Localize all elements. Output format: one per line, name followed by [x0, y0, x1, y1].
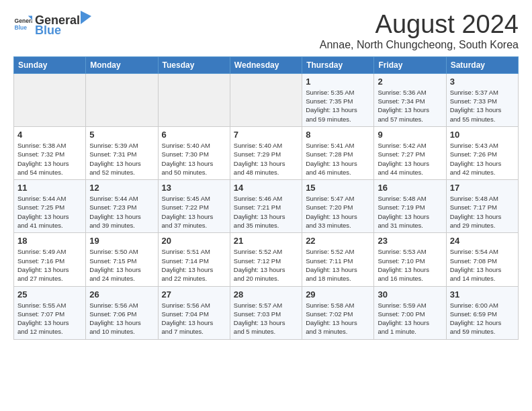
day-info: Sunrise: 5:52 AM Sunset: 7:12 PM Dayligh… — [234, 247, 298, 283]
svg-marker-4 — [81, 11, 91, 24]
calendar-cell: 11Sunrise: 5:44 AM Sunset: 7:25 PM Dayli… — [14, 180, 86, 233]
calendar-cell: 28Sunrise: 5:57 AM Sunset: 7:03 PM Dayli… — [230, 286, 302, 339]
svg-text:General: General — [15, 17, 32, 24]
day-number: 2 — [378, 77, 442, 87]
calendar-cell: 26Sunrise: 5:56 AM Sunset: 7:06 PM Dayli… — [86, 286, 158, 339]
weekday-header-wednesday: Wednesday — [230, 56, 302, 73]
calendar-cell: 9Sunrise: 5:42 AM Sunset: 7:27 PM Daylig… — [374, 126, 446, 179]
day-info: Sunrise: 5:40 AM Sunset: 7:30 PM Dayligh… — [162, 141, 226, 177]
day-number: 25 — [17, 289, 82, 300]
calendar-cell: 2Sunrise: 5:36 AM Sunset: 7:34 PM Daylig… — [374, 73, 446, 126]
day-number: 22 — [306, 236, 370, 246]
calendar-cell: 20Sunrise: 5:51 AM Sunset: 7:14 PM Dayli… — [158, 233, 230, 286]
calendar-cell: 12Sunrise: 5:44 AM Sunset: 7:23 PM Dayli… — [86, 180, 158, 233]
day-info: Sunrise: 5:41 AM Sunset: 7:28 PM Dayligh… — [306, 141, 370, 177]
weekday-header-row: SundayMondayTuesdayWednesdayThursdayFrid… — [14, 56, 519, 73]
logo: General Blue General Blue — [13, 11, 92, 38]
day-number: 19 — [89, 236, 154, 246]
calendar-cell — [86, 73, 158, 126]
day-info: Sunrise: 5:36 AM Sunset: 7:34 PM Dayligh… — [378, 88, 442, 124]
weekday-header-thursday: Thursday — [302, 56, 374, 73]
calendar-week-row: 1Sunrise: 5:35 AM Sunset: 7:35 PM Daylig… — [14, 73, 519, 126]
day-number: 10 — [450, 130, 515, 140]
day-info: Sunrise: 5:56 AM Sunset: 7:06 PM Dayligh… — [89, 301, 154, 336]
calendar-cell: 23Sunrise: 5:53 AM Sunset: 7:10 PM Dayli… — [374, 233, 446, 286]
calendar-cell: 6Sunrise: 5:40 AM Sunset: 7:30 PM Daylig… — [158, 126, 230, 179]
calendar-week-row: 4Sunrise: 5:38 AM Sunset: 7:32 PM Daylig… — [14, 126, 519, 179]
day-info: Sunrise: 5:59 AM Sunset: 7:00 PM Dayligh… — [378, 301, 442, 336]
day-number: 18 — [17, 236, 82, 246]
weekday-header-saturday: Saturday — [446, 56, 518, 73]
day-info: Sunrise: 5:35 AM Sunset: 7:35 PM Dayligh… — [306, 88, 370, 124]
day-info: Sunrise: 5:45 AM Sunset: 7:22 PM Dayligh… — [162, 194, 226, 230]
calendar-cell: 18Sunrise: 5:49 AM Sunset: 7:16 PM Dayli… — [14, 233, 86, 286]
day-info: Sunrise: 5:49 AM Sunset: 7:16 PM Dayligh… — [17, 247, 82, 283]
calendar-cell: 29Sunrise: 5:58 AM Sunset: 7:02 PM Dayli… — [302, 286, 374, 339]
day-number: 5 — [89, 130, 154, 140]
day-number: 3 — [450, 77, 515, 87]
day-number: 4 — [17, 130, 82, 140]
calendar-cell: 17Sunrise: 5:48 AM Sunset: 7:17 PM Dayli… — [446, 180, 518, 233]
day-number: 30 — [378, 289, 442, 300]
day-info: Sunrise: 5:40 AM Sunset: 7:29 PM Dayligh… — [234, 141, 298, 177]
day-info: Sunrise: 5:47 AM Sunset: 7:20 PM Dayligh… — [306, 194, 370, 230]
calendar-cell: 10Sunrise: 5:43 AM Sunset: 7:26 PM Dayli… — [446, 126, 518, 179]
location-title: Annae, North Chungcheong, South Korea — [320, 39, 519, 51]
day-info: Sunrise: 5:44 AM Sunset: 7:25 PM Dayligh… — [17, 194, 82, 230]
title-block: August 2024 Annae, North Chungcheong, So… — [320, 11, 519, 51]
calendar-cell: 15Sunrise: 5:47 AM Sunset: 7:20 PM Dayli… — [302, 180, 374, 233]
weekday-header-tuesday: Tuesday — [158, 56, 230, 73]
calendar-cell: 3Sunrise: 5:37 AM Sunset: 7:33 PM Daylig… — [446, 73, 518, 126]
day-number: 28 — [234, 289, 298, 300]
day-number: 27 — [162, 289, 226, 300]
day-info: Sunrise: 5:56 AM Sunset: 7:04 PM Dayligh… — [162, 301, 226, 336]
day-info: Sunrise: 5:37 AM Sunset: 7:33 PM Dayligh… — [450, 88, 515, 124]
day-info: Sunrise: 5:58 AM Sunset: 7:02 PM Dayligh… — [306, 301, 370, 336]
calendar-cell: 8Sunrise: 5:41 AM Sunset: 7:28 PM Daylig… — [302, 126, 374, 179]
day-info: Sunrise: 5:50 AM Sunset: 7:15 PM Dayligh… — [89, 247, 154, 283]
day-number: 13 — [162, 183, 226, 193]
day-number: 20 — [162, 236, 226, 246]
day-number: 31 — [450, 289, 515, 300]
calendar-cell: 13Sunrise: 5:45 AM Sunset: 7:22 PM Dayli… — [158, 180, 230, 233]
day-info: Sunrise: 5:54 AM Sunset: 7:08 PM Dayligh… — [450, 247, 515, 283]
calendar-cell: 7Sunrise: 5:40 AM Sunset: 7:29 PM Daylig… — [230, 126, 302, 179]
calendar-cell: 31Sunrise: 6:00 AM Sunset: 6:59 PM Dayli… — [446, 286, 518, 339]
day-info: Sunrise: 5:44 AM Sunset: 7:23 PM Dayligh… — [89, 194, 154, 230]
calendar-cell: 21Sunrise: 5:52 AM Sunset: 7:12 PM Dayli… — [230, 233, 302, 286]
day-info: Sunrise: 5:48 AM Sunset: 7:19 PM Dayligh… — [378, 194, 442, 230]
day-info: Sunrise: 5:55 AM Sunset: 7:07 PM Dayligh… — [17, 301, 82, 336]
day-info: Sunrise: 5:52 AM Sunset: 7:11 PM Dayligh… — [306, 247, 370, 283]
day-info: Sunrise: 5:46 AM Sunset: 7:21 PM Dayligh… — [234, 194, 298, 230]
day-info: Sunrise: 5:43 AM Sunset: 7:26 PM Dayligh… — [450, 141, 515, 177]
calendar-cell: 27Sunrise: 5:56 AM Sunset: 7:04 PM Dayli… — [158, 286, 230, 339]
day-number: 16 — [378, 183, 442, 193]
day-info: Sunrise: 5:57 AM Sunset: 7:03 PM Dayligh… — [234, 301, 298, 336]
logo-icon: General Blue — [13, 15, 32, 34]
day-number: 12 — [89, 183, 154, 193]
day-number: 24 — [450, 236, 515, 246]
day-number: 17 — [450, 183, 515, 193]
calendar-cell: 16Sunrise: 5:48 AM Sunset: 7:19 PM Dayli… — [374, 180, 446, 233]
calendar-cell: 30Sunrise: 5:59 AM Sunset: 7:00 PM Dayli… — [374, 286, 446, 339]
calendar-table: SundayMondayTuesdayWednesdayThursdayFrid… — [13, 56, 519, 340]
logo-triangle-icon — [81, 11, 91, 24]
day-number: 23 — [378, 236, 442, 246]
calendar-cell — [230, 73, 302, 126]
day-info: Sunrise: 5:38 AM Sunset: 7:32 PM Dayligh… — [17, 141, 82, 177]
day-number: 14 — [234, 183, 298, 193]
calendar-week-row: 18Sunrise: 5:49 AM Sunset: 7:16 PM Dayli… — [14, 233, 519, 286]
day-info: Sunrise: 5:42 AM Sunset: 7:27 PM Dayligh… — [378, 141, 442, 177]
calendar-week-row: 25Sunrise: 5:55 AM Sunset: 7:07 PM Dayli… — [14, 286, 519, 339]
calendar-cell: 25Sunrise: 5:55 AM Sunset: 7:07 PM Dayli… — [14, 286, 86, 339]
day-info: Sunrise: 5:39 AM Sunset: 7:31 PM Dayligh… — [89, 141, 154, 177]
calendar-week-row: 11Sunrise: 5:44 AM Sunset: 7:25 PM Dayli… — [14, 180, 519, 233]
weekday-header-friday: Friday — [374, 56, 446, 73]
day-number: 21 — [234, 236, 298, 246]
day-info: Sunrise: 5:51 AM Sunset: 7:14 PM Dayligh… — [162, 247, 226, 283]
day-number: 29 — [306, 289, 370, 300]
day-number: 11 — [17, 183, 82, 193]
calendar-cell: 24Sunrise: 5:54 AM Sunset: 7:08 PM Dayli… — [446, 233, 518, 286]
calendar-cell: 14Sunrise: 5:46 AM Sunset: 7:21 PM Dayli… — [230, 180, 302, 233]
weekday-header-sunday: Sunday — [14, 56, 86, 73]
